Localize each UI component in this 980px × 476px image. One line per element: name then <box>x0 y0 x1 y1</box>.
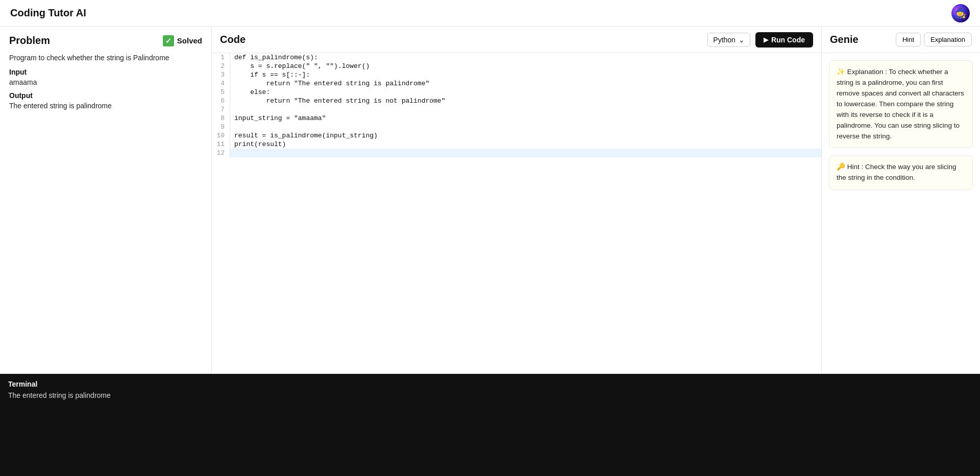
run-button-label: Run Code <box>771 36 805 44</box>
table-row: 9 <box>212 123 821 131</box>
explanation-card: ✨ Explanation : To check whether a strin… <box>829 60 973 148</box>
table-row: 8input_string = "amaama" <box>212 114 821 123</box>
code-toolbar-right: Python ⌄ ▶ Run Code <box>707 32 813 47</box>
genie-title: Genie <box>830 34 859 45</box>
explanation-text: ✨ Explanation : To check whether a strin… <box>837 68 964 140</box>
line-number: 6 <box>212 97 230 105</box>
hint-text: 🔑 Hint : Check the way you are slicing t… <box>837 163 957 181</box>
line-number: 2 <box>212 62 230 70</box>
terminal: Terminal The entered string is palindrom… <box>0 374 980 476</box>
code-lines: 1def is_palindrome(s):2 s = s.replace(" … <box>212 53 821 157</box>
problem-header: Problem ✓ Solved <box>9 35 202 46</box>
hint-button[interactable]: Hint <box>896 33 921 46</box>
input-value: amaama <box>9 78 202 86</box>
code-title: Code <box>220 34 246 45</box>
line-number: 5 <box>212 88 230 97</box>
avatar: 🧙 <box>951 4 970 22</box>
line-number: 1 <box>212 53 230 62</box>
problem-title: Problem <box>9 35 50 46</box>
main-content: Problem ✓ Solved Program to check whethe… <box>0 27 980 374</box>
chevron-down-icon: ⌄ <box>739 36 745 44</box>
line-content: s = s.replace(" ", "").lower() <box>230 62 821 70</box>
terminal-title: Terminal <box>8 380 972 388</box>
line-content <box>230 149 821 157</box>
app-title: Coding Tutor AI <box>10 7 86 19</box>
table-row: 4 return "The entered string is palindro… <box>212 79 821 88</box>
line-content: result = is_palindrome(input_string) <box>230 131 821 140</box>
table-row: 10result = is_palindrome(input_string) <box>212 131 821 140</box>
table-row: 3 if s == s[::-]: <box>212 70 821 79</box>
line-content: def is_palindrome(s): <box>230 53 821 62</box>
line-number: 12 <box>212 149 230 157</box>
line-number: 7 <box>212 105 230 114</box>
line-number: 10 <box>212 131 230 140</box>
line-content: return "The entered string is not palind… <box>230 97 821 105</box>
code-editor[interactable]: 1def is_palindrome(s):2 s = s.replace(" … <box>212 53 821 374</box>
line-content: if s == s[::-]: <box>230 70 821 79</box>
solved-label: Solved <box>177 36 202 45</box>
line-content <box>230 123 821 131</box>
genie-panel: Genie Hint Explanation ✨ Explanation : T… <box>822 27 980 374</box>
table-row: 11print(result) <box>212 140 821 149</box>
solved-check-icon: ✓ <box>163 35 174 46</box>
solved-badge: ✓ Solved <box>163 35 202 46</box>
table-row: 12 <box>212 149 821 157</box>
language-label: Python <box>713 36 736 44</box>
table-row: 7 <box>212 105 821 114</box>
language-select[interactable]: Python ⌄ <box>707 33 750 47</box>
input-label: Input <box>9 68 202 76</box>
line-number: 3 <box>212 70 230 79</box>
line-number: 4 <box>212 79 230 88</box>
output-value: The entered string is palindrome <box>9 102 202 110</box>
line-number: 9 <box>212 123 230 131</box>
genie-toolbar: Genie Hint Explanation <box>822 27 980 53</box>
problem-panel: Problem ✓ Solved Program to check whethe… <box>0 27 212 374</box>
line-number: 11 <box>212 140 230 149</box>
code-toolbar: Code Python ⌄ ▶ Run Code <box>212 27 821 53</box>
line-content: input_string = "amaama" <box>230 114 821 123</box>
line-content <box>230 105 821 114</box>
top-bar: Coding Tutor AI 🧙 <box>0 0 980 27</box>
explanation-button[interactable]: Explanation <box>924 33 972 46</box>
line-content: else: <box>230 88 821 97</box>
line-number: 8 <box>212 114 230 123</box>
code-panel: Code Python ⌄ ▶ Run Code 1def is_palindr… <box>212 27 822 374</box>
hint-card: 🔑 Hint : Check the way you are slicing t… <box>829 155 973 190</box>
run-code-button[interactable]: ▶ Run Code <box>755 32 813 47</box>
table-row: 1def is_palindrome(s): <box>212 53 821 62</box>
line-content: return "The entered string is palindrome… <box>230 79 821 88</box>
genie-buttons: Hint Explanation <box>896 33 972 46</box>
output-label: Output <box>9 91 202 100</box>
table-row: 6 return "The entered string is not pali… <box>212 97 821 105</box>
line-content: print(result) <box>230 140 821 149</box>
terminal-output: The entered string is palindrome <box>8 391 972 399</box>
genie-content: ✨ Explanation : To check whether a strin… <box>822 53 980 197</box>
table-row: 2 s = s.replace(" ", "").lower() <box>212 62 821 70</box>
problem-description: Program to check whether the string is P… <box>9 54 202 62</box>
table-row: 5 else: <box>212 88 821 97</box>
play-icon: ▶ <box>764 36 768 43</box>
